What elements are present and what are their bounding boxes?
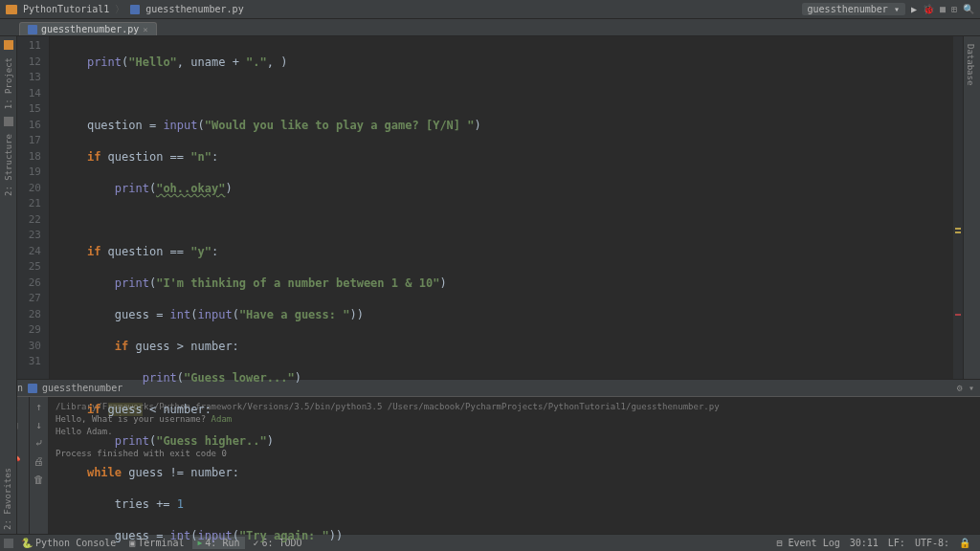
debug-icon[interactable]: 🐞 xyxy=(923,4,934,14)
search-icon[interactable]: 🔍 xyxy=(963,4,974,14)
python-file-icon xyxy=(130,5,140,14)
code-area[interactable]: print("Hello", uname + ".", ) question =… xyxy=(50,36,953,379)
sidebar-database-tab[interactable]: Database xyxy=(966,44,975,85)
tool-window-toggle-icon[interactable] xyxy=(4,539,13,548)
print-icon[interactable]: 🖨 xyxy=(33,455,44,468)
tab-label: guessthenumber.py xyxy=(41,24,139,34)
error-marker[interactable] xyxy=(955,314,961,316)
warning-marker[interactable] xyxy=(955,231,961,233)
breadcrumb-bar: PythonTutorial1 〉 guessthenumber.py gues… xyxy=(0,0,980,19)
error-stripe[interactable] xyxy=(953,36,963,379)
project-tool-icon[interactable] xyxy=(4,40,13,50)
tab-guessthenumber[interactable]: guessthenumber.py × xyxy=(19,22,157,35)
run-config-selector[interactable]: guessthenumber ▾ xyxy=(802,3,905,15)
editor-tabs: guessthenumber.py × xyxy=(0,19,980,36)
gear-icon[interactable]: ⚙ ▾ xyxy=(957,383,974,393)
structure-tool-icon[interactable] xyxy=(4,117,13,126)
up-icon[interactable]: ↑ xyxy=(35,401,42,413)
right-tool-sidebar: Database xyxy=(963,36,980,379)
sidebar-structure-tab[interactable]: 2: Structure xyxy=(4,134,13,196)
left-tool-sidebar: 1: Project 2: Structure xyxy=(0,36,17,379)
main-area: 1: Project 2: Structure 111213 141516 17… xyxy=(0,36,980,379)
editor[interactable]: 111213 141516 171819 202122 232425 26272… xyxy=(17,36,963,379)
wrap-icon[interactable]: ⤶ xyxy=(34,437,43,450)
sidebar-favorites-tab[interactable]: 2: Favorites xyxy=(3,468,12,530)
close-icon[interactable]: × xyxy=(143,25,147,34)
warning-marker[interactable] xyxy=(955,228,961,230)
coverage-icon[interactable]: ⊞ xyxy=(951,4,957,14)
folder-icon xyxy=(6,5,17,14)
python-file-icon xyxy=(28,25,37,34)
down-icon[interactable]: ↓ xyxy=(35,419,42,431)
line-number-gutter: 111213 141516 171819 202122 232425 26272… xyxy=(17,36,50,379)
python-file-icon xyxy=(28,384,37,393)
breadcrumb-file[interactable]: guessthenumber.py xyxy=(145,4,243,14)
run-icon[interactable]: ▶ xyxy=(911,4,917,14)
stop-icon[interactable]: ■ xyxy=(940,4,946,14)
left-tool-sidebar-lower: 2: Favorites xyxy=(0,379,17,534)
lock-icon[interactable]: 🔒 xyxy=(959,538,970,548)
sidebar-project-tab[interactable]: 1: Project xyxy=(4,57,13,109)
breadcrumb-project[interactable]: PythonTutorial1 xyxy=(23,4,109,14)
run-toolbar-2: ↑ ↓ ⤶ 🖨 🗑 xyxy=(29,397,48,534)
trash-icon[interactable]: 🗑 xyxy=(33,474,44,486)
